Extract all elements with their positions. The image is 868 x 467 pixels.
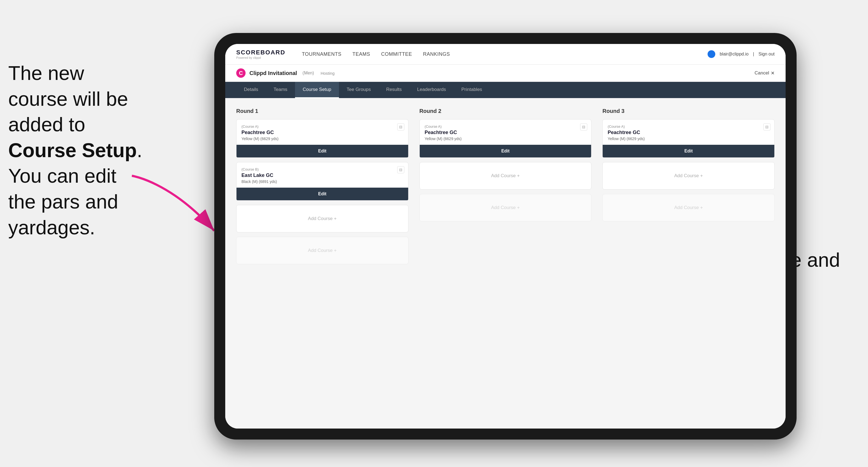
round2-add-course-button[interactable]: Add Course + (420, 162, 592, 190)
tab-details[interactable]: Details (236, 82, 266, 98)
round1-course-b-details: Black (M) (6891 yds) (242, 179, 403, 184)
card-options-icon-b[interactable]: ⊟ (397, 166, 404, 173)
tournament-name: Clippd Invitational (249, 70, 297, 76)
round1-course-a-details: Yellow (M) (6629 yds) (242, 136, 403, 141)
round3-add-course-button[interactable]: Add Course + (602, 162, 775, 190)
hosting-badge: Hosting (320, 71, 335, 75)
nav-rankings[interactable]: RANKINGS (423, 51, 450, 57)
round1-course-b-name: East Lake GC (242, 173, 403, 178)
tab-bar: Details Teams Course Setup Tee Groups Re… (225, 82, 785, 98)
round-2-column: Round 2 ⊟ (Course A) Peachtree GC Yellow… (420, 108, 592, 269)
nav-tournaments[interactable]: TOURNAMENTS (302, 51, 341, 57)
round-3-title: Round 3 (602, 108, 775, 114)
round1-course-a-card: ⊟ (Course A) Peachtree GC Yellow (M) (66… (236, 119, 408, 158)
scoreboard-logo: SCOREBOARD (236, 49, 285, 56)
round2-course-a-label: (Course A) (425, 124, 586, 129)
round1-course-b-edit-button[interactable]: Edit (237, 188, 408, 200)
round3-course-a-details: Yellow (M) (6629 yds) (608, 136, 769, 141)
tablet-screen: SCOREBOARD Powered by clippd TOURNAMENTS… (225, 44, 785, 429)
round-1-title: Round 1 (236, 108, 408, 114)
tab-tee-groups[interactable]: Tee Groups (339, 82, 378, 98)
nav-committee[interactable]: COMMITTEE (381, 51, 412, 57)
round3-add-course-text: Add Course + (674, 173, 703, 179)
top-nav: SCOREBOARD Powered by clippd TOURNAMENTS… (225, 44, 785, 65)
tablet-device: SCOREBOARD Powered by clippd TOURNAMENTS… (214, 33, 797, 439)
user-email: blair@clippd.io (720, 52, 748, 57)
round1-add-course-text: Add Course + (308, 216, 337, 221)
tournament-bar: C Clippd Invitational (Men) Hosting Canc… (225, 65, 785, 82)
tab-teams[interactable]: Teams (266, 82, 295, 98)
logo-area: SCOREBOARD Powered by clippd (236, 49, 285, 59)
round2-course-a-card: ⊟ (Course A) Peachtree GC Yellow (M) (66… (420, 119, 592, 158)
round3-course-a-card: ⊟ (Course A) Peachtree GC Yellow (M) (66… (602, 119, 775, 158)
round1-add-course-text-2: Add Course + (308, 248, 337, 253)
round-3-column: Round 3 ⊟ (Course A) Peachtree GC Yellow… (602, 108, 775, 269)
cancel-button[interactable]: Cancel ✕ (754, 70, 775, 76)
tournament-name-area: C Clippd Invitational (Men) Hosting (236, 68, 335, 78)
round2-course-a-edit-button[interactable]: Edit (420, 145, 591, 157)
nav-links: TOURNAMENTS TEAMS COMMITTEE RANKINGS (302, 51, 691, 57)
tab-course-setup[interactable]: Course Setup (295, 82, 339, 98)
round2-course-a-details: Yellow (M) (6629 yds) (425, 136, 586, 141)
round3-add-course-button-2: Add Course + (602, 194, 775, 221)
round-1-column: Round 1 ⊟ (Course A) Peachtree GC Yellow… (236, 108, 408, 269)
round1-course-a-name: Peachtree GC (242, 130, 403, 135)
tournament-gender: (Men) (303, 71, 314, 75)
round1-add-course-button[interactable]: Add Course + (236, 205, 408, 232)
round1-course-a-edit-button[interactable]: Edit (237, 145, 408, 157)
round3-course-a-edit-button[interactable]: Edit (603, 145, 774, 157)
round3-add-course-text-2: Add Course + (674, 205, 703, 211)
round-2-title: Round 2 (420, 108, 592, 114)
round2-course-a-name: Peachtree GC (425, 130, 586, 135)
card-options-icon[interactable]: ⊟ (397, 123, 404, 130)
nav-teams[interactable]: TEAMS (352, 51, 370, 57)
nav-right: blair@clippd.io | Sign out (708, 50, 775, 58)
rounds-grid: Round 1 ⊟ (Course A) Peachtree GC Yellow… (236, 108, 775, 269)
clippd-logo: C (236, 68, 246, 78)
tab-results[interactable]: Results (378, 82, 409, 98)
round3-card-options-icon[interactable]: ⊟ (763, 123, 771, 130)
round2-add-course-button-2: Add Course + (420, 194, 592, 221)
course-b-label: (Course B) (242, 167, 403, 172)
round3-course-a-name: Peachtree GC (608, 130, 769, 135)
round1-course-b-card: ⊟ (Course B) East Lake GC Black (M) (689… (236, 162, 408, 200)
close-icon: ✕ (771, 70, 775, 76)
round2-card-options-icon[interactable]: ⊟ (580, 123, 587, 130)
arrow-left-icon (115, 170, 231, 247)
tab-leaderboards[interactable]: Leaderboards (409, 82, 454, 98)
round2-add-course-text: Add Course + (491, 173, 520, 179)
powered-by: Powered by clippd (236, 56, 285, 59)
pipe-separator: | (753, 52, 754, 57)
tab-printables[interactable]: Printables (454, 82, 490, 98)
round1-add-course-button-2: Add Course + (236, 237, 408, 264)
round3-course-a-label: (Course A) (608, 124, 769, 129)
course-a-label: (Course A) (242, 124, 403, 129)
sign-out-link[interactable]: Sign out (758, 52, 775, 57)
round2-add-course-text-2: Add Course + (491, 205, 520, 211)
main-content: Round 1 ⊟ (Course A) Peachtree GC Yellow… (225, 98, 785, 429)
user-avatar (708, 50, 715, 58)
